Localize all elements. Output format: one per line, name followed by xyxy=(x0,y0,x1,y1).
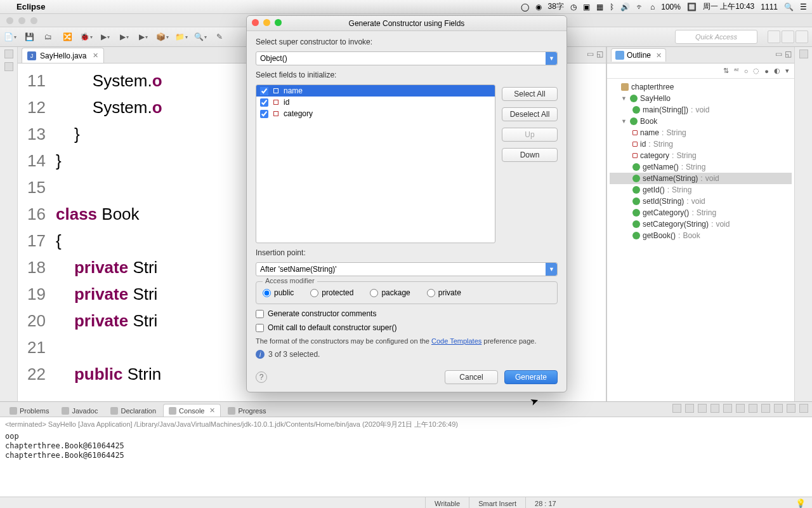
volume-icon[interactable]: 🔊 xyxy=(620,3,630,11)
up-button[interactable]: Up xyxy=(502,128,558,142)
coverage-button[interactable]: ▶ xyxy=(118,30,131,43)
tree-field[interactable]: name : String xyxy=(610,127,792,138)
quick-access-input[interactable]: Quick Access xyxy=(675,30,757,44)
save-all-button[interactable]: 🗂 xyxy=(42,30,55,43)
maximize-icon[interactable] xyxy=(799,404,808,413)
hide-static-icon[interactable]: ◌ xyxy=(753,67,759,75)
outline-tab[interactable]: Outline ✕ xyxy=(611,48,666,62)
close-icon[interactable]: ✕ xyxy=(93,51,98,60)
radio-package[interactable]: package xyxy=(370,288,410,297)
editor-tab-sayhello[interactable]: J SayHello.java ✕ xyxy=(22,48,104,63)
tab-progress[interactable]: Progress xyxy=(222,404,272,417)
open-perspective-button[interactable] xyxy=(768,30,780,43)
tree-method[interactable]: main(String[]) : void xyxy=(610,104,792,116)
view-shortcut[interactable] xyxy=(4,50,13,58)
field-checkbox[interactable] xyxy=(260,98,268,107)
tree-method[interactable]: getId() : String xyxy=(610,184,792,196)
new-console-icon[interactable] xyxy=(774,404,783,413)
field-row-name[interactable]: name xyxy=(256,85,495,97)
bluetooth-icon[interactable]: ᛒ xyxy=(610,3,614,11)
task-button[interactable]: ✎ xyxy=(213,30,226,43)
generate-button[interactable]: Generate xyxy=(504,370,558,384)
fields-list[interactable]: name id category xyxy=(256,84,495,243)
radio-public[interactable]: public xyxy=(263,288,294,297)
tab-problems[interactable]: Problems xyxy=(4,404,55,417)
maximize-icon[interactable]: ◱ xyxy=(596,50,603,58)
new-pkg-button[interactable]: 📁 xyxy=(175,30,188,43)
tip-icon[interactable]: 💡 xyxy=(796,498,812,508)
field-checkbox[interactable] xyxy=(260,87,268,95)
hide-fields-icon[interactable]: ○ xyxy=(744,67,749,75)
insertion-point-combo[interactable]: After 'setName(String)'▼ xyxy=(256,262,558,276)
record-icon[interactable]: ◉ xyxy=(535,3,542,11)
battery[interactable]: 100% xyxy=(661,3,681,11)
remove-launch-icon[interactable] xyxy=(672,404,681,413)
tree-field[interactable]: category : String xyxy=(610,150,792,161)
help-button[interactable]: ? xyxy=(256,371,267,383)
open-console-icon[interactable] xyxy=(761,404,770,413)
field-row-category[interactable]: category xyxy=(256,108,495,119)
dialog-min-icon[interactable] xyxy=(263,19,270,26)
radio-private[interactable]: private xyxy=(427,288,461,297)
dialog-max-icon[interactable] xyxy=(275,19,282,26)
new-button[interactable]: 📄 xyxy=(4,30,16,43)
debug-perspective-button[interactable] xyxy=(796,30,808,43)
cancel-button[interactable]: Cancel xyxy=(445,370,498,384)
remove-all-icon[interactable] xyxy=(685,404,694,413)
toggle-button[interactable]: 🔀 xyxy=(61,30,74,43)
app-name[interactable]: Eclipse xyxy=(16,2,46,11)
tree-method[interactable]: getCategory() : String xyxy=(610,207,792,218)
field-row-id[interactable]: id xyxy=(256,97,495,108)
code-templates-link[interactable]: Code Templates xyxy=(431,337,481,345)
clock[interactable]: 周一 上午10:43 xyxy=(703,1,754,12)
deselect-all-button[interactable]: Deselect All xyxy=(502,107,558,121)
shield-icon[interactable]: ▣ xyxy=(583,3,590,11)
maximize-icon[interactable]: ◱ xyxy=(785,50,792,58)
scroll-lock-icon[interactable] xyxy=(710,404,719,413)
tree-method[interactable]: setCategory(String) : void xyxy=(610,218,792,230)
pin-icon[interactable] xyxy=(736,404,745,413)
user[interactable]: 1111 xyxy=(761,3,778,11)
tab-console[interactable]: Console✕ xyxy=(163,404,221,417)
sort-icon[interactable]: ⇅ xyxy=(723,67,729,75)
hide-nonpublic-icon[interactable]: ● xyxy=(764,67,769,75)
tree-package[interactable]: chapterthree xyxy=(610,81,792,93)
wifi-icon[interactable]: ᯤ xyxy=(636,3,644,11)
debug-button[interactable]: 🐞 xyxy=(80,30,93,43)
ime-indicator[interactable]: 38字 xyxy=(548,1,564,12)
java-perspective-button[interactable] xyxy=(782,30,794,43)
save-button[interactable]: 💾 xyxy=(23,30,36,43)
down-button[interactable]: Down xyxy=(502,148,558,162)
code-body[interactable]: System.o System.o } } class Book { priva… xyxy=(52,64,162,401)
tree-method[interactable]: setId(String) : void xyxy=(610,196,792,207)
filter-icon[interactable]: ᵃᶻ xyxy=(734,67,739,75)
tree-field[interactable]: id : String xyxy=(610,138,792,150)
outline-tree[interactable]: chapterthree ▼SayHello main(String[]) : … xyxy=(607,79,794,244)
traffic-min[interactable] xyxy=(18,17,25,24)
menu-icon[interactable]: ☰ xyxy=(800,3,807,11)
run-button[interactable]: ▶ xyxy=(99,30,112,43)
view-menu-icon[interactable]: ▾ xyxy=(785,67,789,75)
new-class-button[interactable]: 📦 xyxy=(156,30,169,43)
open-type-button[interactable]: 🔍 xyxy=(194,30,207,43)
traffic-close[interactable] xyxy=(6,17,13,24)
close-icon[interactable]: ✕ xyxy=(209,406,215,415)
grid-icon[interactable]: ▦ xyxy=(596,3,603,11)
field-checkbox[interactable] xyxy=(260,110,268,118)
tab-javadoc[interactable]: Javadoc xyxy=(56,404,103,417)
dialog-titlebar[interactable]: Generate Constructor using Fields xyxy=(247,16,566,31)
minimize-icon[interactable] xyxy=(787,404,796,413)
spotlight-icon[interactable]: 🔍 xyxy=(784,3,794,11)
view-shortcut[interactable] xyxy=(799,50,808,58)
close-icon[interactable]: ✕ xyxy=(656,51,662,60)
tree-class[interactable]: ▼SayHello xyxy=(610,93,792,104)
traffic-max[interactable] xyxy=(30,17,37,24)
checkbox-omit-super[interactable]: Omit call to default constructor super() xyxy=(256,323,558,332)
view-shortcut[interactable] xyxy=(4,62,13,71)
tree-class[interactable]: ▼Book xyxy=(610,116,792,127)
minimize-icon[interactable]: ▭ xyxy=(587,50,594,58)
super-constructor-combo[interactable]: Object()▼ xyxy=(256,51,558,65)
tree-method[interactable]: getBook() : Book xyxy=(610,230,792,241)
tab-declaration[interactable]: Declaration xyxy=(105,404,162,417)
minimize-icon[interactable]: ▭ xyxy=(775,50,782,58)
